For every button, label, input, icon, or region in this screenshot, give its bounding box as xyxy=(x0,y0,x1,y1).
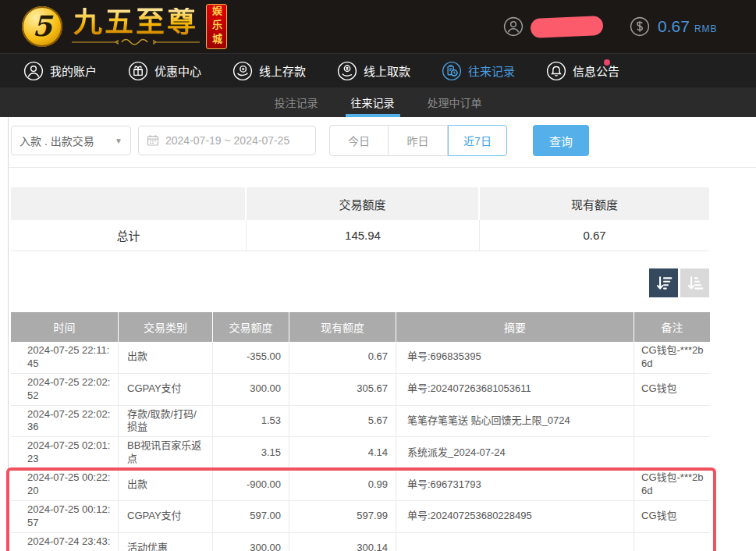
nav-item-label: 信息公告 xyxy=(573,62,619,79)
brand-badge: 娱乐城 xyxy=(206,4,227,49)
records-icon xyxy=(442,61,462,81)
notification-dot xyxy=(604,59,610,66)
cell-balance: 0.99 xyxy=(289,469,396,501)
site-logo[interactable]: 5 九五至尊 娱乐城 xyxy=(22,4,227,49)
summary-balance-value: 0.67 xyxy=(480,220,709,251)
flourish-ornament-icon xyxy=(70,38,201,46)
table-header-row: 时间交易类别交易额度现有额度摘要备注 xyxy=(11,312,710,342)
cell-remark xyxy=(634,533,710,551)
summary-header-blank xyxy=(11,187,247,220)
table-header-cell: 交易额度 xyxy=(213,312,289,342)
cell-remark: CG钱包-***2b6d xyxy=(634,342,710,374)
summary-transaction-value: 145.94 xyxy=(247,220,480,251)
table-header-cell: 时间 xyxy=(11,312,119,342)
cell-summary: 系统派发_2024-07-24 xyxy=(396,437,634,469)
balance-amount: 0.67 xyxy=(658,17,690,36)
summary-header-balance: 现有额度 xyxy=(480,187,709,220)
main-nav: 我的账户 优惠中心 线上存款 线上取款 往来记录 信息公告 xyxy=(0,53,756,87)
cell-type: 出款 xyxy=(119,469,213,501)
nav-item-信息公告[interactable]: 信息公告 xyxy=(546,61,619,81)
nav-item-线上取款[interactable]: 线上取款 xyxy=(337,61,410,81)
tab-投注记录[interactable]: 投注记录 xyxy=(275,87,318,117)
cell-remark: CG钱包 xyxy=(634,374,710,406)
date-range-input[interactable]: 2024-07-19 ~ 2024-07-25 xyxy=(138,126,316,155)
nav-item-label: 优惠中心 xyxy=(154,62,201,79)
cell-summary: 单号:202407253680228495 xyxy=(396,501,634,533)
cell-remark: CG钱包-***2b6d xyxy=(634,469,710,501)
quick-date-group: 今日 昨日 近7日 xyxy=(329,125,507,156)
nav-item-线上存款[interactable]: 线上存款 xyxy=(232,61,306,81)
cell-time: 2024-07-25 00:22:20 xyxy=(11,469,119,501)
cell-amount: -900.00 xyxy=(213,469,289,501)
quick-date-今日[interactable]: 今日 xyxy=(329,125,389,156)
table-row: 2024-07-25 22:02:52 CGPAY支付 300.00 305.6… xyxy=(11,374,710,406)
tab-往来记录[interactable]: 往来记录 xyxy=(351,87,395,117)
sort-descending-icon xyxy=(655,275,673,292)
logo-coin-icon: 5 xyxy=(22,6,62,47)
cell-remark xyxy=(634,406,710,438)
nav-item-label: 线上存款 xyxy=(259,62,306,79)
sort-ascending-icon xyxy=(687,275,704,292)
cell-remark: CG钱包 xyxy=(634,501,710,533)
sort-ascending-button[interactable] xyxy=(680,268,709,297)
cell-summary: 笔笔存笔笔送 贴心回馈无上限_0724 xyxy=(396,406,634,438)
cell-time: 2024-07-25 22:02:36 xyxy=(11,406,119,438)
cell-time: 2024-07-25 22:02:52 xyxy=(11,374,119,406)
nav-item-label: 往来记录 xyxy=(468,62,515,79)
cell-type: CGPAY支付 xyxy=(119,374,213,406)
table-row: 2024-07-24 23:43:30 活动优惠 300.00 300.14 xyxy=(11,533,710,551)
cell-summary: 单号:696731793 xyxy=(396,469,634,501)
quick-date-近7日[interactable]: 近7日 xyxy=(448,125,507,156)
quick-date-昨日[interactable]: 昨日 xyxy=(389,125,448,156)
calendar-icon xyxy=(147,134,159,147)
cell-type: 出款 xyxy=(119,342,213,374)
cell-summary: 单号:696835395 xyxy=(396,342,634,374)
cell-amount: 1.53 xyxy=(213,406,289,438)
brand-name: 九五至尊 xyxy=(73,8,198,37)
cell-time: 2024-07-24 23:43:30 xyxy=(11,533,119,551)
cell-amount: 300.00 xyxy=(213,374,289,406)
table-body-normal: 2024-07-25 22:11:45 出款 -355.00 0.67 单号:6… xyxy=(11,342,710,469)
balance-currency: RMB xyxy=(694,20,718,34)
cell-balance: 4.14 xyxy=(289,437,396,469)
cell-summary: 单号:202407263681053611 xyxy=(396,374,634,406)
nav-item-label: 我的账户 xyxy=(50,62,97,79)
cell-balance: 5.67 xyxy=(289,406,396,438)
section-divider xyxy=(9,167,756,168)
search-button[interactable]: 查询 xyxy=(533,125,589,156)
nav-item-优惠中心[interactable]: 优惠中心 xyxy=(128,61,201,81)
nav-item-我的账户[interactable]: 我的账户 xyxy=(23,61,97,81)
withdraw-icon xyxy=(337,61,357,81)
sort-controls xyxy=(649,268,709,297)
sort-descending-button[interactable] xyxy=(649,268,678,297)
content-left-border xyxy=(8,117,9,551)
summary-table: 交易额度 现有额度 总计 145.94 0.67 xyxy=(11,187,709,251)
cell-type: 存款/取款/打码/损益 xyxy=(119,406,213,438)
cell-balance: 305.67 xyxy=(289,374,396,406)
nav-item-往来记录[interactable]: 往来记录 xyxy=(442,61,515,81)
account-avatar-icon[interactable] xyxy=(503,16,524,37)
table-row: 2024-07-25 00:12:57 CGPAY支付 597.00 597.9… xyxy=(11,501,710,533)
cell-remark xyxy=(634,437,710,469)
cell-type: BB视讯百家乐返点 xyxy=(119,437,213,469)
cell-amount: 3.15 xyxy=(213,437,289,469)
table-row: 2024-07-25 22:02:36 存款/取款/打码/损益 1.53 5.6… xyxy=(11,406,710,438)
cell-amount: 300.00 xyxy=(213,533,289,551)
cell-amount: -355.00 xyxy=(213,342,289,374)
cell-time: 2024-07-25 02:01:23 xyxy=(11,437,119,469)
gift-icon xyxy=(128,61,148,81)
summary-header-transaction: 交易额度 xyxy=(247,187,480,220)
filter-bar: 入款 . 出款交易 ▼ 2024-07-19 ~ 2024-07-25 今日 昨… xyxy=(11,125,589,156)
summary-total-label: 总计 xyxy=(11,220,247,251)
nav-item-label: 线上取款 xyxy=(364,62,410,79)
redacted-username xyxy=(530,15,603,37)
bell-icon xyxy=(546,61,566,81)
balance-coin-icon xyxy=(630,16,650,37)
table-header-cell: 备注 xyxy=(634,312,710,342)
transaction-type-select[interactable]: 入款 . 出款交易 ▼ xyxy=(11,126,131,155)
cell-time: 2024-07-25 00:12:57 xyxy=(11,501,119,533)
table-row: 2024-07-25 22:11:45 出款 -355.00 0.67 单号:6… xyxy=(11,342,710,374)
tab-处理中订单[interactable]: 处理中订单 xyxy=(428,87,482,117)
cell-balance: 597.99 xyxy=(289,501,396,533)
cell-amount: 597.00 xyxy=(213,501,289,533)
